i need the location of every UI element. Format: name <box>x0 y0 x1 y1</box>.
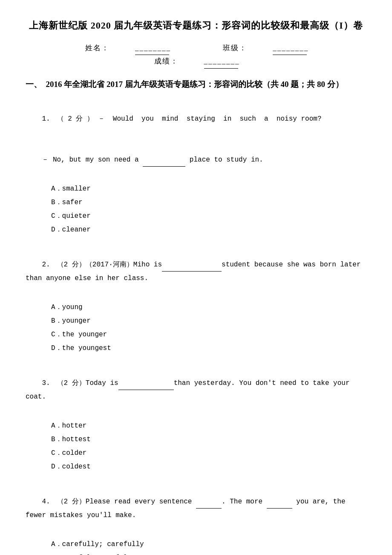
question-4: 4. （2 分）Please read every sentence . The… <box>26 481 366 555</box>
q3-score: （2 分） <box>57 379 86 387</box>
name-field: 姓名：________ <box>72 42 182 55</box>
q4-score: （2 分） <box>57 498 86 506</box>
page-title: 上海新世纪版 2020 届九年级英语专题练习：形容词的比较级和最高级（I）卷 <box>26 17 366 34</box>
q1-text: － Would you mind staying in such a noisy… <box>94 115 321 123</box>
q1-number: 1. <box>42 115 57 123</box>
option-item: B．safer <box>51 196 366 209</box>
q2-score: （2 分）（2017·河南） <box>57 261 133 269</box>
option-item: C．the younger <box>51 328 366 341</box>
q1-options: A．smaller B．safer C．quieter D．cleaner <box>51 182 366 237</box>
class-field: 班级：________ <box>210 42 320 55</box>
q4-number: 4. <box>42 498 57 506</box>
option-item: B．hottest <box>51 433 366 446</box>
option-item: A．carefully; carefully <box>51 538 366 551</box>
option-item: D．cleaner <box>51 223 366 237</box>
option-item: A．hotter <box>51 419 366 433</box>
q1-score: （ 2 分 ） <box>57 115 94 123</box>
option-item: B．careful; careful <box>51 551 366 555</box>
option-item: A．smaller <box>51 182 366 196</box>
score-field: 成绩：________ <box>141 55 251 69</box>
section-title: 一、 2016 年全湖北省 2017 届九年级英语专题练习：形容词的比较（共 4… <box>26 77 366 92</box>
option-item: A．young <box>51 301 366 314</box>
q2-text: Miho is <box>133 261 162 269</box>
q2-options: A．young B．younger C．the younger D．the yo… <box>51 301 366 355</box>
option-item: C．quieter <box>51 209 366 223</box>
question-1: 1. （ 2 分 ） － Would you mind staying in s… <box>26 98 366 237</box>
option-item: D．the youngest <box>51 341 366 355</box>
q4-options: A．carefully; carefully B．careful; carefu… <box>51 538 366 555</box>
q2-number: 2. <box>42 261 57 269</box>
info-row: 姓名：________ 班级：________ 成绩：________ <box>26 42 366 69</box>
q3-number: 3. <box>42 379 57 387</box>
q3-options: A．hotter B．hottest C．colder D．coldest <box>51 419 366 474</box>
question-2: 2. （2 分）（2017·河南）Miho isstudent because … <box>26 244 366 355</box>
question-3: 3. （2 分）Today isthan yesterday. You don'… <box>26 363 366 474</box>
q1-text2: － No, but my son need a <box>42 156 143 164</box>
option-item: B．younger <box>51 314 366 328</box>
option-item: C．colder <box>51 446 366 460</box>
option-item: D．coldest <box>51 460 366 474</box>
